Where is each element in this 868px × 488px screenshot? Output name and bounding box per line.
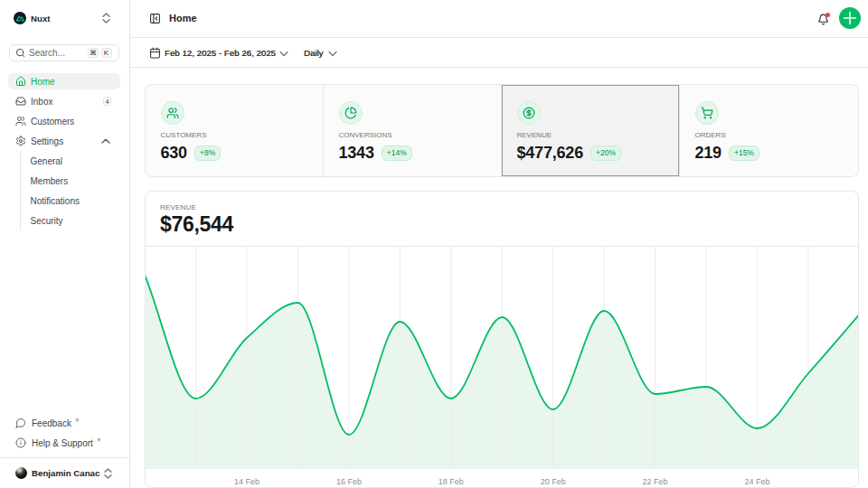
svg-text:24 Feb: 24 Feb bbox=[745, 477, 770, 486]
svg-text:14 Feb: 14 Feb bbox=[234, 477, 259, 486]
svg-text:16 Feb: 16 Feb bbox=[336, 477, 362, 486]
svg-text:20 Feb: 20 Feb bbox=[541, 477, 566, 486]
svg-text:18 Feb: 18 Feb bbox=[439, 477, 464, 486]
svg-text:22 Feb: 22 Feb bbox=[643, 477, 668, 486]
